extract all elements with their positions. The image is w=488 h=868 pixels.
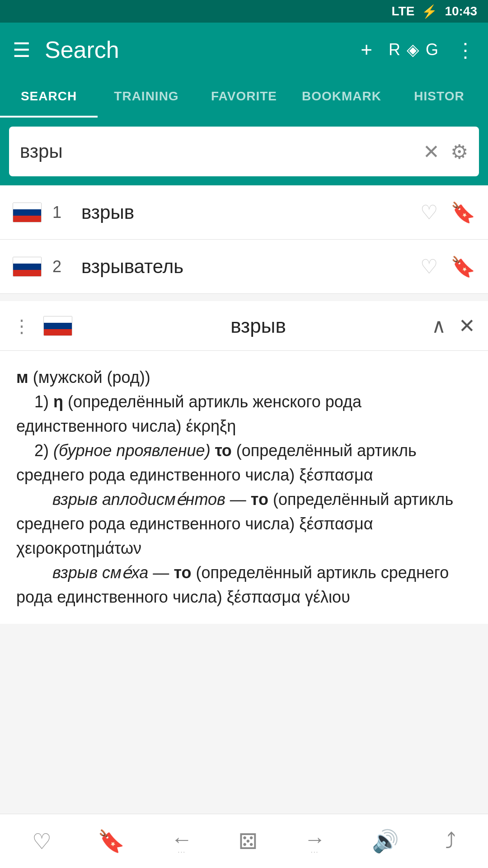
collapse-icon[interactable]: ∧ — [432, 314, 446, 337]
flag-ru — [13, 203, 42, 222]
favorite-bottom-icon[interactable]: ♡ — [32, 829, 52, 854]
def-flag-ru — [43, 316, 72, 336]
search-input[interactable] — [20, 141, 423, 162]
search-container: ✕ ⚙ — [0, 118, 488, 185]
result-actions: ♡ 🔖 — [420, 255, 475, 278]
app-title: Search — [45, 36, 346, 63]
tab-favorite[interactable]: FAVORITE — [195, 77, 293, 118]
tab-search[interactable]: SEARCH — [0, 77, 98, 118]
result-number: 2 — [52, 257, 70, 276]
battery-icon: ⚡ — [422, 4, 437, 19]
app-bar-actions: + R ◈ G ⋮ — [361, 38, 475, 61]
flag-ru — [13, 257, 42, 277]
add-icon[interactable]: + — [361, 38, 372, 61]
result-number: 1 — [52, 203, 70, 222]
definition-header: ⋮ взрыв ∧ ✕ — [0, 301, 488, 351]
result-item[interactable]: 1 взрыв ♡ 🔖 — [0, 185, 488, 240]
menu-icon[interactable]: ☰ — [13, 38, 30, 61]
bookmark-icon[interactable]: 🔖 — [450, 255, 475, 278]
signal-icon: LTE — [392, 4, 415, 19]
clock: 10:43 — [445, 4, 477, 19]
tab-training[interactable]: TRAINING — [98, 77, 195, 118]
tab-histor[interactable]: HISTOR — [390, 77, 488, 118]
bottom-bar: ♡ 🔖 ← ··· ⚄ → ··· 🔊 ⤴ — [0, 814, 488, 868]
definition-content: м (мужской (род)) 1) η (определённый арт… — [0, 351, 488, 624]
volume-icon[interactable]: 🔊 — [372, 829, 399, 854]
share-icon[interactable]: ⤴ — [445, 829, 456, 854]
result-item[interactable]: 2 взрыватель ♡ 🔖 — [0, 240, 488, 294]
bookmark-bottom-icon[interactable]: 🔖 — [98, 829, 125, 854]
tab-bookmark[interactable]: BOOKMARK — [293, 77, 390, 118]
definition-panel: ⋮ взрыв ∧ ✕ м (мужской (род)) 1) η (опре… — [0, 301, 488, 624]
drag-handle-icon[interactable]: ⋮ — [13, 316, 31, 336]
favorite-icon[interactable]: ♡ — [420, 255, 438, 278]
search-settings-icon[interactable]: ⚙ — [450, 140, 468, 163]
close-definition-icon[interactable]: ✕ — [459, 314, 475, 337]
favorite-icon[interactable]: ♡ — [420, 201, 438, 224]
rog-switcher[interactable]: R ◈ G — [389, 40, 439, 59]
result-word: взрыв — [81, 202, 420, 223]
result-actions: ♡ 🔖 — [420, 201, 475, 224]
more-icon[interactable]: ⋮ — [455, 38, 475, 61]
results-list: 1 взрыв ♡ 🔖 2 взрыватель ♡ 🔖 — [0, 185, 488, 294]
app-bar: ☰ Search + R ◈ G ⋮ — [0, 23, 488, 77]
bookmark-icon[interactable]: 🔖 — [450, 201, 475, 224]
dice-icon[interactable]: ⚄ — [239, 829, 258, 854]
back-button[interactable]: ← ··· — [171, 827, 192, 855]
search-clear-icon[interactable]: ✕ — [423, 140, 440, 163]
status-bar: LTE ⚡ 10:43 — [0, 0, 488, 23]
definition-word: взрыв — [85, 315, 432, 337]
forward-button[interactable]: → ··· — [304, 827, 326, 855]
result-word: взрыватель — [81, 256, 420, 278]
search-box: ✕ ⚙ — [9, 127, 479, 176]
tabs-bar: SEARCH TRAINING FAVORITE BOOKMARK HISTOR — [0, 77, 488, 118]
